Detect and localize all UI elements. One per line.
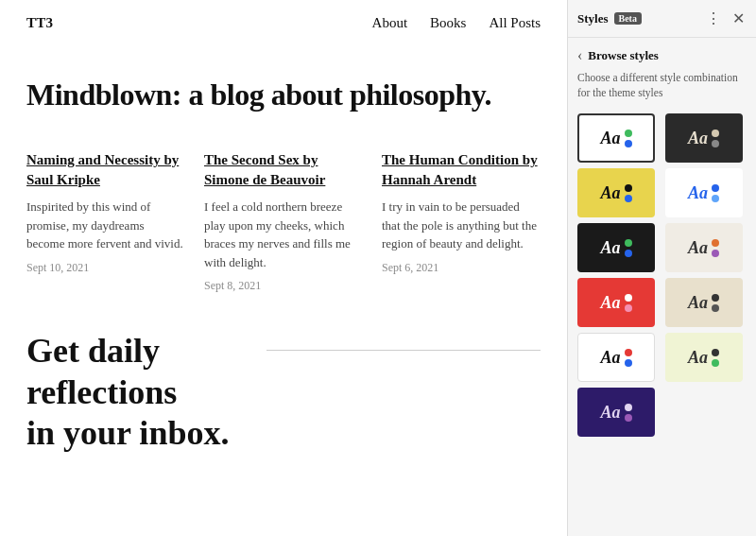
browse-title: Browse styles — [588, 48, 659, 63]
swatch-dots-9 — [625, 349, 632, 367]
styles-panel: Styles Beta ⋮ ✕ ‹ Browse styles Choose a… — [567, 0, 756, 536]
close-panel-button[interactable]: ✕ — [730, 8, 747, 29]
swatch-dots-4 — [712, 184, 719, 202]
swatch-dots-11 — [625, 404, 632, 422]
nav-all-posts[interactable]: All Posts — [489, 15, 541, 31]
swatch-dot-5b — [625, 250, 632, 257]
panel-description: Choose a different style combination for… — [568, 70, 756, 110]
panel-header-left: Styles Beta — [577, 11, 642, 26]
more-options-button[interactable]: ⋮ — [704, 8, 723, 29]
swatch-dot-4a — [712, 184, 719, 192]
swatch-dot-2a — [712, 130, 719, 137]
swatch-dot-11b — [625, 414, 632, 422]
swatch-dots-1 — [625, 130, 632, 147]
hero-title: Mindblown: a blog about philosophy. — [26, 77, 541, 112]
browse-row: ‹ Browse styles — [568, 38, 756, 70]
swatch-dot-11a — [625, 404, 632, 411]
swatch-dot-9a — [625, 349, 632, 356]
swatch-dots-7 — [625, 294, 632, 312]
swatch-aa-10: Aa — [688, 348, 708, 368]
post-excerpt-3: I try in vain to be persuaded that the p… — [382, 198, 541, 253]
swatch-dot-5a — [625, 239, 632, 247]
swatch-dots-8 — [712, 294, 719, 312]
swatch-dot-7b — [625, 304, 632, 312]
post-date-2: Sept 8, 2021 — [204, 279, 363, 293]
swatch-dot-10a — [712, 349, 719, 356]
cta-title: Get dailyreflectionsin your inbox. — [26, 331, 229, 454]
post-item-3: The Human Condition by Hannah Arendt I t… — [382, 150, 541, 293]
site-nav: About Books All Posts — [372, 15, 541, 31]
swatch-aa-11: Aa — [600, 403, 620, 423]
swatch-dot-9b — [625, 359, 632, 367]
cta-section: Get dailyreflectionsin your inbox. — [0, 312, 567, 454]
post-excerpt-2: I feel a cold northern breeze play upon … — [204, 198, 363, 271]
nav-about[interactable]: About — [372, 15, 408, 31]
swatch-dot-3a — [625, 184, 632, 192]
main-content: TT3 About Books All Posts Mindblown: a b… — [0, 0, 567, 536]
post-item-1: Naming and Necessity by Saul Kripke Insp… — [26, 150, 185, 293]
swatch-dot-3b — [625, 195, 632, 202]
swatch-dots-2 — [712, 130, 719, 147]
post-title-2[interactable]: The Second Sex by Simone de Beauvoir — [204, 150, 363, 190]
swatch-aa-8: Aa — [688, 293, 708, 313]
swatch-dot-1b — [625, 140, 632, 147]
swatches-grid: Aa Aa Aa Aa — [568, 110, 756, 446]
swatch-dot-8a — [712, 294, 719, 302]
swatch-aa-2: Aa — [688, 129, 708, 148]
post-date-1: Sept 10, 2021 — [26, 261, 185, 275]
panel-header: Styles Beta ⋮ ✕ — [568, 0, 756, 38]
post-title-1[interactable]: Naming and Necessity by Saul Kripke — [26, 150, 185, 190]
style-swatch-9[interactable]: Aa — [577, 333, 655, 382]
nav-books[interactable]: Books — [430, 15, 466, 31]
swatch-dots-3 — [625, 184, 632, 202]
hero-section: Mindblown: a blog about philosophy. — [0, 46, 567, 139]
swatch-dot-6a — [712, 239, 719, 247]
style-swatch-11[interactable]: Aa — [577, 388, 655, 437]
posts-grid: Naming and Necessity by Saul Kripke Insp… — [0, 139, 567, 312]
swatch-dot-10b — [712, 359, 719, 367]
post-item-2: The Second Sex by Simone de Beauvoir I f… — [204, 150, 363, 293]
swatch-dot-7a — [625, 294, 632, 302]
swatch-dot-6b — [712, 250, 719, 257]
style-swatch-4[interactable]: Aa — [665, 168, 743, 217]
post-excerpt-1: Inspirited by this wind of promise, my d… — [26, 198, 185, 253]
style-swatch-8[interactable]: Aa — [665, 278, 743, 327]
style-swatch-5[interactable]: Aa — [577, 223, 655, 272]
swatch-aa-3: Aa — [600, 183, 620, 203]
swatch-aa-4: Aa — [688, 183, 708, 203]
beta-badge: Beta — [614, 12, 642, 25]
panel-header-icons: ⋮ ✕ — [704, 8, 747, 29]
swatch-aa-1: Aa — [600, 129, 620, 148]
swatch-aa-5: Aa — [600, 238, 620, 258]
site-header: TT3 About Books All Posts — [0, 0, 567, 46]
style-swatch-3[interactable]: Aa — [577, 168, 655, 217]
swatch-dot-1a — [625, 130, 632, 137]
swatch-dots-5 — [625, 239, 632, 257]
swatch-dots-6 — [712, 239, 719, 257]
style-swatch-6[interactable]: Aa — [665, 223, 743, 272]
cta-divider — [266, 350, 541, 351]
swatch-dots-10 — [712, 349, 719, 367]
site-title: TT3 — [26, 15, 53, 31]
back-arrow-icon[interactable]: ‹ — [577, 47, 582, 64]
post-title-3[interactable]: The Human Condition by Hannah Arendt — [382, 150, 541, 190]
swatch-aa-9: Aa — [600, 348, 620, 368]
swatch-aa-6: Aa — [688, 238, 708, 258]
swatch-dot-8b — [712, 304, 719, 312]
panel-title: Styles — [577, 11, 609, 26]
swatch-dot-2b — [712, 140, 719, 147]
style-swatch-1[interactable]: Aa — [577, 113, 655, 163]
post-date-3: Sept 6, 2021 — [382, 261, 541, 275]
swatch-aa-7: Aa — [600, 293, 620, 313]
style-swatch-10[interactable]: Aa — [665, 333, 743, 382]
style-swatch-7[interactable]: Aa — [577, 278, 655, 327]
style-swatch-2[interactable]: Aa — [665, 113, 743, 163]
swatch-dot-4b — [712, 195, 719, 202]
